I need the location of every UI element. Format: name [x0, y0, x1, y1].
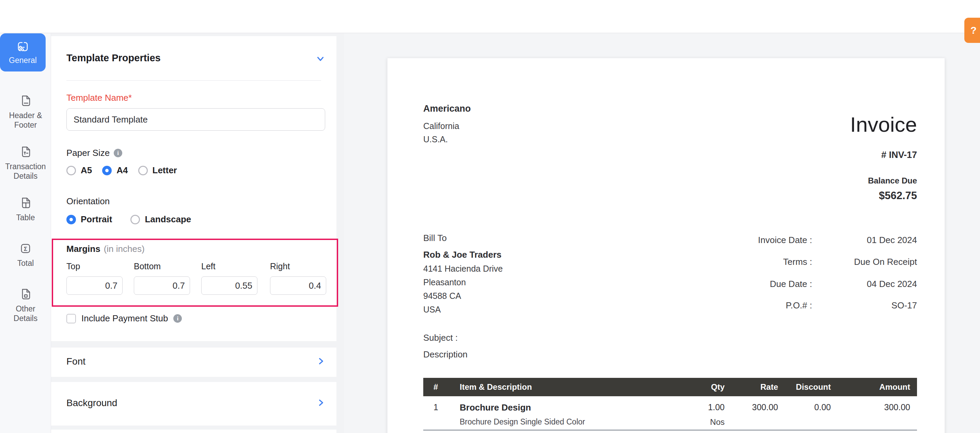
customer-name: Rob & Joe Traders: [423, 249, 501, 260]
sidebar-item-general[interactable]: General: [0, 33, 46, 71]
company-address-line: U.S.A.: [423, 135, 448, 144]
company-name: Americano: [423, 103, 471, 114]
due-date-label: Due Date :: [770, 279, 812, 289]
terms-value: Due On Receipt: [854, 257, 917, 267]
template-sections-sidebar: General Header & Footer Transaction Deta…: [0, 33, 51, 433]
paper-size-label: Paper Size: [67, 148, 110, 158]
include-payment-stub-label[interactable]: Include Payment Stub: [81, 313, 168, 324]
margin-right-label: Right: [270, 262, 290, 271]
customer-address-line: Pleasanton: [423, 278, 466, 287]
table-row-divider: [423, 430, 917, 431]
col-discount: Discount: [796, 378, 831, 396]
margin-left-input[interactable]: [201, 276, 258, 295]
paper-size-radio-group: A5 A4 Letter: [67, 165, 177, 176]
row-rate: 300.00: [752, 402, 778, 412]
due-date-value: 04 Dec 2024: [867, 279, 917, 289]
row-unit: Nos: [710, 417, 725, 427]
po-number-value: SO-17: [891, 300, 917, 311]
top-bar: [0, 0, 980, 33]
customer-address-line: 4141 Hacienda Drive: [423, 264, 503, 274]
col-item-description: Item & Description: [460, 378, 532, 396]
sidebar-item-table[interactable]: Table: [0, 196, 51, 222]
radio-landscape-label[interactable]: Landscape: [145, 214, 191, 225]
radio-a4-label[interactable]: A4: [116, 165, 128, 176]
customer-address-line: USA: [423, 305, 441, 314]
sidebar-item-label: Header & Footer: [4, 111, 47, 130]
row-item-description: Brochure Design Single Sided Color: [460, 417, 585, 427]
svg-text:Σ: Σ: [24, 246, 27, 252]
sidebar-item-transaction-details[interactable]: Transaction Details: [0, 145, 51, 181]
sidebar-item-label: Transaction Details: [4, 162, 47, 181]
bill-to-label: Bill To: [423, 233, 447, 243]
margin-left-label: Left: [201, 262, 216, 271]
row-item-name: Brochure Design: [460, 402, 531, 413]
orientation-radio-group: Portrait Landscape: [67, 214, 191, 225]
margins-title: Margins: [67, 244, 100, 254]
margin-top-label: Top: [67, 262, 80, 271]
margin-bottom-label: Bottom: [134, 262, 161, 271]
row-number: 1: [433, 402, 438, 412]
radio-letter-label[interactable]: Letter: [153, 165, 177, 176]
chevron-right-icon[interactable]: [317, 398, 326, 407]
edit-template-window: Edit Template Select Color Theme Refresh…: [0, 0, 980, 433]
table-icon: [19, 196, 32, 210]
radio-a4[interactable]: [102, 166, 112, 175]
radio-portrait[interactable]: [67, 215, 76, 224]
include-payment-stub-checkbox[interactable]: [67, 314, 76, 324]
transaction-details-icon: [19, 145, 32, 159]
sidebar-item-other-details[interactable]: Other Details: [0, 287, 51, 323]
subject-label: Subject :: [423, 333, 458, 343]
background-section-label[interactable]: Background: [67, 398, 117, 409]
margins-unit-note: (in inches): [104, 244, 145, 254]
total-sigma-icon: Σ: [19, 242, 32, 255]
font-section-card: [51, 347, 336, 377]
invoice-date-label: Invoice Date :: [758, 235, 812, 246]
sidebar-item-label: Table: [4, 213, 47, 222]
info-icon[interactable]: i: [114, 149, 122, 157]
row-amount: 300.00: [884, 402, 910, 412]
col-rate: Rate: [760, 378, 778, 396]
chevron-right-icon[interactable]: [317, 357, 326, 366]
terms-label: Terms :: [783, 257, 812, 267]
sidebar-item-total[interactable]: Σ Total: [0, 242, 51, 268]
orientation-label: Orientation: [67, 196, 110, 207]
po-number-label: P.O.# :: [786, 300, 812, 311]
company-address-line: California: [423, 121, 459, 131]
customer-address-line: 94588 CA: [423, 291, 461, 301]
balance-due-value: $562.75: [879, 190, 917, 202]
header-footer-icon: [19, 94, 32, 108]
general-settings-icon: [16, 40, 30, 54]
sidebar-item-label: Other Details: [4, 304, 47, 323]
col-amount: Amount: [879, 378, 910, 396]
sidebar-item-label: General: [9, 56, 37, 65]
margin-top-input[interactable]: [67, 276, 123, 295]
col-number: #: [433, 378, 438, 396]
help-icon: ?: [970, 24, 977, 36]
template-properties-card: [51, 36, 336, 341]
sidebar-item-header-footer[interactable]: Header & Footer: [0, 94, 51, 130]
col-qty: Qty: [711, 378, 725, 396]
radio-landscape[interactable]: [130, 215, 140, 224]
divider: [67, 80, 321, 81]
radio-a5-label[interactable]: A5: [81, 165, 92, 176]
radio-portrait-label[interactable]: Portrait: [81, 214, 112, 225]
template-name-input[interactable]: [67, 108, 325, 131]
margin-bottom-input[interactable]: [134, 276, 190, 295]
template-properties-title: Template Properties: [67, 52, 161, 63]
next-section-card-partial: [51, 430, 336, 433]
margin-right-input[interactable]: [270, 276, 326, 295]
row-qty: 1.00: [708, 402, 725, 412]
invoice-date-value: 01 Dec 2024: [867, 235, 917, 246]
row-discount: 0.00: [814, 402, 831, 412]
info-icon[interactable]: i: [173, 314, 182, 323]
help-button[interactable]: ?: [964, 18, 980, 43]
invoice-title: Invoice: [850, 112, 917, 136]
radio-letter[interactable]: [138, 166, 148, 175]
font-section-label[interactable]: Font: [67, 356, 86, 367]
collapse-chevron-icon[interactable]: [316, 54, 325, 63]
radio-a5[interactable]: [67, 166, 76, 175]
template-name-label: Template Name*: [67, 93, 132, 103]
sidebar-item-label: Total: [4, 259, 47, 268]
balance-due-label: Balance Due: [868, 176, 917, 186]
subject-value: Description: [423, 349, 468, 360]
